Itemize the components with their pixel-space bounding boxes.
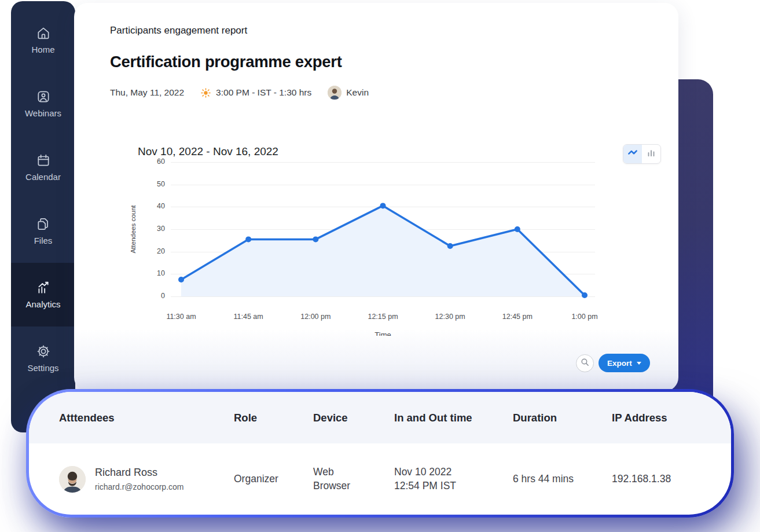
line-chart-toggle-button[interactable]: [623, 145, 642, 163]
analytics-icon: [36, 280, 51, 295]
chart-date-range: Nov 10, 2022 - Nov 16, 2022: [138, 145, 278, 158]
attendee-device: Web Browser: [313, 465, 394, 493]
sidebar: Home Webinars Calendar Files: [11, 1, 75, 432]
attendee-inout-time: Nov 10 2022 12:54 PM IST: [394, 465, 513, 493]
report-card: Participants engagement report Certifica…: [74, 3, 678, 391]
sidebar-item-files[interactable]: Files: [11, 199, 75, 263]
data-point[interactable]: [582, 292, 588, 298]
y-tick-label: 20: [145, 247, 165, 255]
sun-icon: [200, 87, 211, 98]
export-button[interactable]: Export: [599, 354, 650, 372]
settings-icon: [36, 344, 51, 359]
files-icon: [36, 217, 51, 232]
y-tick-label: 0: [145, 292, 165, 300]
report-type-label: Participants engagement report: [110, 25, 247, 36]
x-tick-label: 12:30 pm: [426, 313, 475, 321]
host-name: Kevin: [346, 87, 369, 98]
attendee-name: Richard Ross: [95, 465, 184, 479]
attendee-ip: 192.168.1.38: [612, 472, 731, 486]
y-tick-label: 50: [145, 180, 165, 188]
webinar-date: Thu, May 11, 2022: [110, 87, 184, 98]
sidebar-item-label: Calendar: [25, 172, 61, 182]
y-tick-label: 10: [145, 269, 165, 277]
sidebar-item-settings[interactable]: Settings: [11, 326, 75, 390]
col-header-role: Role: [234, 412, 313, 424]
line-chart-icon: [627, 147, 638, 161]
sidebar-item-label: Webinars: [25, 108, 61, 118]
attendees-line-chart[interactable]: [171, 162, 595, 296]
webinars-icon: [36, 89, 51, 104]
attendee-role: Organizer: [234, 472, 313, 486]
webinar-time: 3:00 PM - IST - 1:30 hrs: [216, 87, 311, 98]
data-point[interactable]: [178, 277, 184, 282]
x-tick-label: 12:45 pm: [493, 313, 542, 321]
page-title: Certification programme expert: [110, 53, 342, 71]
export-button-label: Export: [607, 359, 632, 368]
col-header-attendees: Atttendees: [59, 412, 234, 424]
col-header-inout: In and Out time: [394, 412, 513, 424]
sidebar-item-analytics[interactable]: Analytics: [11, 263, 75, 326]
host-avatar: [328, 86, 342, 100]
col-header-ip: IP Address: [612, 412, 731, 424]
sidebar-item-label: Settings: [27, 363, 58, 373]
x-tick-label: 11:30 am: [157, 313, 205, 321]
col-header-device: Device: [313, 412, 394, 424]
data-point[interactable]: [380, 203, 386, 208]
attendees-table: Atttendees Role Device In and Out time D…: [29, 392, 731, 515]
attendee-email: richard.r@zohocorp.com: [95, 482, 184, 493]
y-tick-label: 40: [145, 202, 165, 210]
calendar-icon: [36, 153, 51, 168]
gridline: [171, 296, 595, 297]
sidebar-item-webinars[interactable]: Webinars: [11, 72, 75, 135]
x-tick-label: 11:45 am: [224, 313, 273, 321]
bar-chart-toggle-button[interactable]: [642, 145, 660, 163]
chart-type-toggle: [623, 144, 661, 164]
sidebar-item-label: Files: [34, 236, 53, 245]
data-point[interactable]: [447, 243, 453, 249]
table-row[interactable]: Richard Ross richard.r@zohocorp.com Orga…: [29, 443, 731, 515]
sidebar-item-label: Home: [31, 45, 54, 54]
sidebar-item-home[interactable]: Home: [11, 8, 75, 72]
webinar-meta: Thu, May 11, 2022 3:00 PM - IST - 1:30 h…: [110, 86, 369, 100]
bar-chart-icon: [646, 148, 656, 160]
x-tick-label: 1:00 pm: [560, 313, 609, 321]
attendee-duration: 6 hrs 44 mins: [513, 472, 612, 486]
search-icon: [580, 357, 590, 369]
sidebar-item-calendar[interactable]: Calendar: [11, 135, 75, 199]
home-icon: [36, 25, 51, 41]
search-button[interactable]: [576, 354, 594, 372]
x-tick-label: 12:00 pm: [291, 313, 340, 321]
y-axis-title: Attendees count: [128, 162, 138, 296]
x-axis-title: Time: [171, 331, 595, 336]
y-tick-label: 30: [145, 225, 165, 233]
x-tick-label: 12:15 pm: [359, 313, 407, 321]
attendees-table-card: Atttendees Role Device In and Out time D…: [26, 389, 734, 518]
table-header-row: Atttendees Role Device In and Out time D…: [29, 392, 731, 443]
attendee-avatar: [59, 466, 86, 493]
chevron-down-icon: [637, 362, 641, 365]
data-point[interactable]: [245, 236, 251, 242]
col-header-duration: Duration: [513, 412, 612, 424]
y-tick-label: 60: [145, 157, 165, 166]
data-point[interactable]: [515, 226, 520, 232]
sidebar-item-label: Analytics: [25, 299, 60, 309]
data-point[interactable]: [313, 236, 318, 242]
